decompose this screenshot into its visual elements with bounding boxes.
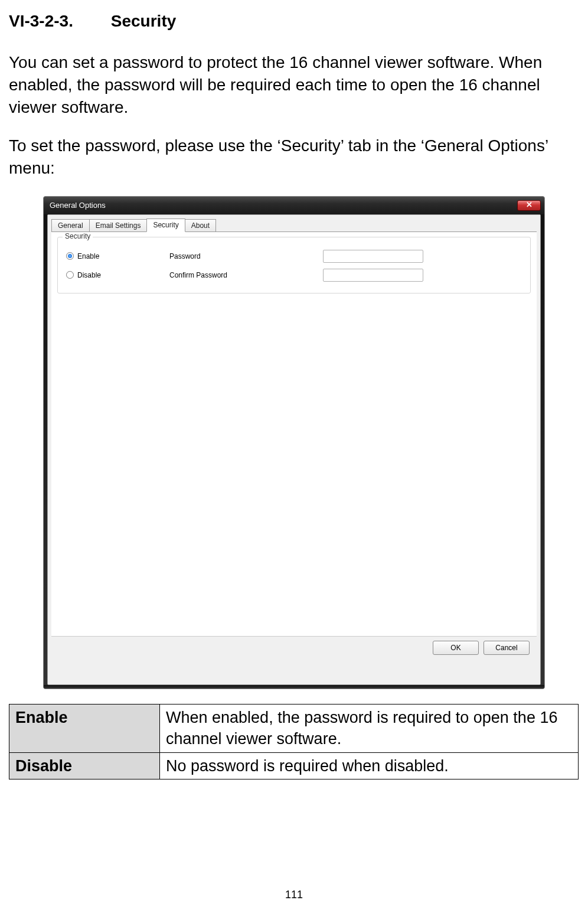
radio-enable-label: Enable (77, 252, 99, 260)
window-border-right (541, 214, 544, 689)
ok-button[interactable]: OK (433, 641, 479, 655)
confirm-password-label: Confirm Password (169, 271, 323, 279)
radio-disable-label: Disable (77, 271, 101, 279)
page-number: 111 (0, 889, 588, 901)
radio-disable[interactable] (66, 271, 74, 279)
confirm-password-input[interactable] (323, 269, 423, 282)
table-row: Enable When enabled, the password is req… (9, 704, 579, 752)
row-name: Enable (9, 704, 160, 752)
dialog-button-bar: OK Cancel (51, 636, 537, 660)
row-name: Disable (9, 752, 160, 779)
tab-about[interactable]: About (185, 219, 216, 232)
row-enable: Enable Password (66, 247, 522, 266)
general-options-dialog: General Options ✕ General Email Settings… (43, 196, 545, 689)
tab-email-settings[interactable]: Email Settings (89, 219, 148, 232)
row-disable: Disable Confirm Password (66, 266, 522, 285)
intro-paragraph-2: To set the password, please use the ‘Sec… (9, 135, 579, 180)
dialog-body: General Email Settings Security About Se… (47, 214, 541, 685)
close-icon: ✕ (526, 200, 533, 209)
tabstrip: General Email Settings Security About (48, 215, 540, 231)
row-desc: No password is required when disabled. (160, 752, 579, 779)
row-desc: When enabled, the password is required t… (160, 704, 579, 752)
radio-enable[interactable] (66, 252, 74, 260)
tab-security[interactable]: Security (146, 218, 185, 232)
cancel-button[interactable]: Cancel (484, 641, 530, 655)
intro-paragraph-1: You can set a password to protect the 16… (9, 51, 579, 118)
dialog-title: General Options (50, 201, 511, 210)
security-tabpanel: Security Enable Password Disable Confirm… (51, 231, 537, 660)
password-label: Password (169, 252, 323, 260)
section-heading: VI-3-2-3. Security (9, 12, 579, 31)
close-button[interactable]: ✕ (517, 200, 541, 211)
table-row: Disable No password is required when dis… (9, 752, 579, 779)
window-border-bottom (44, 685, 544, 689)
security-fieldset: Security Enable Password Disable Confirm… (57, 237, 531, 293)
option-description-table: Enable When enabled, the password is req… (9, 704, 579, 779)
heading-number: VI-3-2-3. (9, 12, 106, 31)
fieldset-legend: Security (63, 232, 93, 240)
heading-title: Security (111, 12, 177, 30)
password-input[interactable] (323, 250, 423, 263)
tab-general[interactable]: General (51, 219, 90, 232)
dialog-titlebar: General Options ✕ (44, 197, 544, 214)
